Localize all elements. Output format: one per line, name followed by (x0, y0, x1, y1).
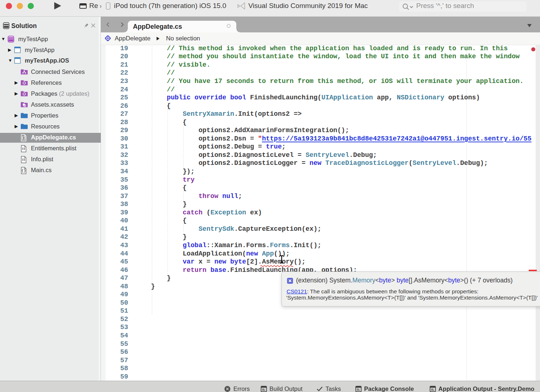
svg-text:{}: {} (21, 169, 26, 173)
svg-text:{}: {} (21, 136, 26, 140)
